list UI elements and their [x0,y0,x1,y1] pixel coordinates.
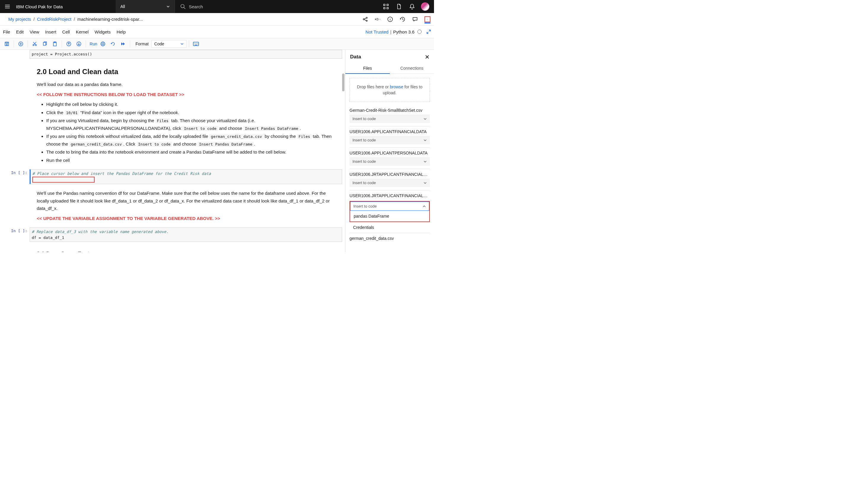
file-item-expanded: USER1006.JRTAPPLICANTFINANCIALPERS Inser… [350,190,430,233]
hamburger-menu-button[interactable] [0,3,15,10]
apps-icon-button[interactable] [380,0,393,13]
move-up-button[interactable] [64,39,73,48]
run-button[interactable]: Run [88,39,97,48]
cell-type-select[interactable]: Code [152,40,186,48]
tab-files[interactable]: Files [345,63,390,73]
paste-button[interactable] [50,39,59,48]
breadcrumb-separator: / [74,17,75,22]
code-input[interactable]: project = Project.access() [30,50,342,59]
avatar-button[interactable] [418,0,432,13]
toolbar: Run Format Code [0,38,434,50]
move-down-button[interactable] [74,39,83,48]
svg-text:01: 01 [427,19,427,20]
stop-circle-icon [101,41,105,46]
menu-edit[interactable]: Edit [16,29,24,34]
search-input[interactable] [189,4,245,9]
list-item: If you are using this notebook without v… [46,133,335,148]
document-icon [397,4,401,9]
breadcrumb-root[interactable]: My projects [8,17,31,22]
code-cell[interactable]: In [ ]: # Replace data_df_3 with the var… [3,227,342,242]
panel-header: Data [345,50,434,63]
avatar [421,2,429,11]
add-cell-button[interactable] [16,39,25,48]
breadcrumb: My projects / CreditRiskProject / machin… [8,17,143,22]
insert-to-code-button[interactable]: Insert to code [350,114,430,123]
kernel-idle-icon [417,30,422,34]
menu-kernel[interactable]: Kernel [76,29,89,34]
code-input[interactable]: # Place cursor below and insert the Pand… [30,169,342,184]
stop-button[interactable] [99,39,107,48]
insert-option-pandas[interactable]: pandas DataFrame [350,211,429,222]
insert-to-code-button[interactable]: Insert to code [350,202,429,211]
share-button[interactable] [362,16,368,22]
code-cell-active[interactable]: In [ ]: # Place cursor below and insert … [3,169,342,184]
markdown-cell[interactable]: 2.0 Load and Clean data We'll load our d… [3,60,342,168]
restart-button[interactable] [108,39,117,48]
menu-items: File Edit View Insert Cell Kernel Widget… [3,29,126,34]
info-button[interactable] [387,16,393,22]
toolbar-separator [130,40,130,48]
scrollbar-thumb[interactable] [342,73,344,91]
close-icon[interactable] [425,55,429,59]
svg-point-6 [366,17,367,18]
notifications-button[interactable] [405,0,418,13]
list-item: If you are using Virtualized data, begin… [46,117,335,132]
scope-dropdown[interactable]: All [116,0,175,13]
expand-icon[interactable] [426,29,431,34]
cell-prompt [3,243,30,252]
svg-point-17 [35,44,37,46]
cell-type-label: Code [154,41,164,46]
cell-prompt [3,50,30,59]
file-item: German-Credit-Risk-SmallBatchSet.csv Ins… [350,105,430,126]
browse-link[interactable]: browse [390,84,403,89]
list-item: Run the cell [46,156,335,164]
section-heading: 2.0 Load and Clean data [37,66,335,78]
breadcrumb-actions: 1001 [362,16,431,22]
chevron-up-icon [422,205,426,208]
insert-to-code-button[interactable]: Insert to code [350,136,430,144]
menu-widgets[interactable]: Widgets [95,29,111,34]
cell-prompt [3,60,30,168]
code-cell[interactable]: project = Project.access() [3,50,342,59]
comment-button[interactable] [412,16,418,22]
drop-zone[interactable]: Drop files here or browse for files to u… [350,78,430,102]
copy-button[interactable] [40,39,49,48]
cut-button[interactable] [30,39,39,48]
svg-rect-3 [384,8,385,9]
chevron-down-icon [423,160,427,163]
toolbar-separator [28,40,28,48]
history-button[interactable] [400,16,405,22]
save-button[interactable] [2,39,11,48]
keyboard-shortcuts-button[interactable] [192,39,200,48]
run-history-button[interactable] [375,16,381,22]
header-icons [380,0,434,13]
instruction-list: Highlight the cell below by clicking it.… [46,101,335,164]
notebook-content: project = Project.access() 2.0 Load and … [0,50,345,252]
insert-to-code-button[interactable]: Insert to code [350,178,430,187]
tab-connections[interactable]: Connections [390,63,434,73]
restart-run-all-button[interactable] [118,39,127,48]
paragraph: We'll use the Pandas naming convention d… [37,189,335,212]
breadcrumb-project[interactable]: CreditRiskProject [37,17,71,22]
menu-help[interactable]: Help [116,29,126,34]
cell-prompt [3,185,30,226]
format-label: Format [135,41,148,46]
not-trusted-label[interactable]: Not Trusted [365,29,389,34]
menu-cell[interactable]: Cell [62,29,70,34]
insert-to-code-button[interactable]: Insert to code [350,157,430,166]
data-panel-button[interactable]: 1001 [424,16,431,22]
kernel-status: Not Trusted | Python 3.6 [365,29,431,34]
notebook-area[interactable]: project = Project.access() 2.0 Load and … [0,50,345,252]
code-input[interactable]: # Replace data_df_3 with the variable na… [30,227,342,242]
markdown-cell[interactable]: 2.1 Drop Some Features Some columns are … [3,243,342,252]
menu-insert[interactable]: Insert [45,29,56,34]
menu-view[interactable]: View [30,29,39,34]
scope-dropdown-label: All [120,4,125,9]
doc-icon-button[interactable] [393,0,405,13]
markdown-cell[interactable]: We'll use the Pandas naming convention d… [3,185,342,226]
arrow-up-circle-icon [66,41,71,46]
paragraph: We'll load our data as a pandas data fra… [37,81,335,88]
insert-option-credentials[interactable]: Credentials [350,222,430,233]
svg-point-7 [366,20,367,21]
menu-file[interactable]: File [3,29,10,34]
